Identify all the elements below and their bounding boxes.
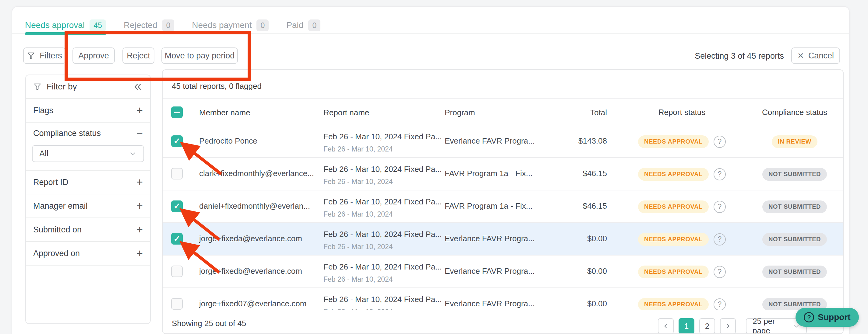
report-title: Feb 26 - Mar 10, 2024 Fixed Pa...	[323, 165, 439, 174]
sidebar-section-submitted-on[interactable]: Submitted on +	[26, 218, 150, 242]
help-icon[interactable]: ?	[714, 201, 726, 213]
prev-page-button[interactable]	[658, 318, 674, 334]
plus-icon[interactable]: +	[136, 200, 143, 212]
tab-count-badge: 0	[162, 20, 174, 31]
funnel-icon	[27, 52, 35, 60]
select-all-checkbox[interactable]	[171, 106, 183, 118]
program-cell: Everlance FAVR Progra...	[445, 299, 535, 308]
report-status-cell: NEEDS APPROVAL ?	[632, 223, 732, 256]
tab-count-badge: 45	[90, 20, 106, 31]
table-body: Pedrocito Ponce Feb 26 - Mar 10, 2024 Fi…	[163, 125, 843, 321]
report-title: Feb 26 - Mar 10, 2024 Fixed Pa...	[323, 132, 439, 141]
minus-icon[interactable]: −	[136, 127, 143, 140]
filters-label: Filters	[40, 51, 62, 61]
compliance-status-header[interactable]: Compliance status −	[26, 123, 150, 144]
selecting-count-text: Selecting 3 of 45 reports	[624, 52, 784, 61]
total-cell: $143.08	[540, 136, 607, 146]
row-checkbox[interactable]	[171, 135, 183, 147]
report-dates: Feb 26 - Mar 10, 2024	[323, 145, 439, 153]
compliance-badge: NOT SUBMITTED	[762, 233, 827, 246]
row-checkbox[interactable]	[171, 266, 183, 277]
next-page-button[interactable]	[720, 318, 736, 334]
sidebar-section-manager-email[interactable]: Manager email +	[26, 194, 150, 218]
help-icon[interactable]: ?	[714, 136, 726, 148]
member-name-cell: clark+fixedmonthly@everlance...	[199, 169, 314, 178]
chevron-left-icon	[662, 323, 670, 330]
program-cell: Everlance FAVR Progra...	[445, 234, 535, 243]
plus-icon[interactable]: +	[136, 176, 143, 189]
table-row[interactable]: clark+fixedmonthly@everlance... Feb 26 -…	[163, 158, 843, 191]
report-status-cell: NEEDS APPROVAL ?	[632, 158, 732, 191]
table-row[interactable]: daniel+fixedmonthly@everlan... Feb 26 - …	[163, 191, 843, 223]
total-cell: $0.00	[540, 234, 607, 243]
report-title: Feb 26 - Mar 10, 2024 Fixed Pa...	[323, 197, 439, 206]
table-row[interactable]: jorge+fixedb@everlance.com Feb 26 - Mar …	[163, 256, 843, 288]
page-1-button[interactable]: 1	[679, 318, 694, 334]
help-icon[interactable]: ?	[714, 266, 726, 278]
tab-paid[interactable]: Paid 0	[286, 18, 320, 32]
tab-count-badge: 0	[256, 20, 269, 31]
chevron-right-icon	[724, 323, 732, 330]
tab-count-badge: 0	[308, 20, 320, 31]
tab-needs-payment[interactable]: Needs payment 0	[192, 18, 269, 32]
tab-label: Paid	[286, 21, 303, 30]
collapse-sidebar-icon[interactable]	[132, 81, 143, 92]
table-row[interactable]: Pedrocito Ponce Feb 26 - Mar 10, 2024 Fi…	[163, 125, 843, 158]
program-cell: FAVR Program 1a - Fix...	[445, 201, 532, 211]
compliance-status-select[interactable]: All	[32, 145, 144, 162]
help-icon[interactable]: ?	[714, 233, 726, 245]
report-status-cell: NEEDS APPROVAL ?	[632, 191, 732, 223]
section-label: Report ID	[33, 178, 68, 187]
tab-bar: Needs approval 45 Rejected 0 Needs payme…	[25, 18, 320, 32]
compliance-status-cell: NOT SUBMITTED	[745, 191, 844, 223]
report-dates: Feb 26 - Mar 10, 2024	[323, 275, 439, 283]
tab-label: Rejected	[124, 21, 157, 30]
total-cell: $0.00	[540, 299, 607, 308]
filters-button[interactable]: Filters	[23, 47, 66, 64]
table-row[interactable]: jorge+fixeda@everlance.com Feb 26 - Mar …	[163, 223, 843, 256]
sidebar-section-flags[interactable]: Flags +	[26, 99, 150, 123]
support-button[interactable]: ? Support	[796, 308, 859, 327]
report-title: Feb 26 - Mar 10, 2024 Fixed Pa...	[323, 230, 439, 239]
plus-icon[interactable]: +	[136, 247, 143, 260]
compliance-badge: IN REVIEW	[772, 135, 817, 148]
compliance-status-cell: NOT SUBMITTED	[745, 256, 844, 288]
row-checkbox[interactable]	[171, 233, 183, 244]
close-icon: ✕	[797, 51, 804, 61]
row-checkbox[interactable]	[171, 298, 183, 310]
help-icon[interactable]: ?	[714, 168, 726, 180]
showing-count-text: Showing 25 out of 45	[172, 319, 246, 328]
reject-button[interactable]: Reject	[122, 47, 154, 64]
page-2-button[interactable]: 2	[699, 318, 715, 334]
move-to-pay-period-button[interactable]: Move to pay period	[161, 47, 238, 64]
compliance-badge: NOT SUBMITTED	[762, 200, 827, 213]
filter-sidebar-title: Filter by	[46, 82, 77, 92]
report-name-cell: Feb 26 - Mar 10, 2024 Fixed Pa... Feb 26…	[323, 262, 439, 283]
report-name-cell: Feb 26 - Mar 10, 2024 Fixed Pa... Feb 26…	[323, 230, 439, 251]
help-icon[interactable]: ?	[714, 298, 726, 310]
tab-needs-approval[interactable]: Needs approval 45	[25, 18, 106, 32]
plus-icon[interactable]: +	[136, 104, 143, 117]
approve-button[interactable]: Approve	[72, 47, 115, 64]
table-header-row: Member name Report name Program Total Re…	[163, 98, 843, 125]
row-checkbox[interactable]	[171, 200, 183, 212]
cancel-button[interactable]: ✕ Cancel	[791, 47, 840, 64]
report-title: Feb 26 - Mar 10, 2024 Fixed Pa...	[323, 262, 439, 272]
chevron-down-icon	[129, 150, 137, 158]
report-status-cell: NEEDS APPROVAL ?	[632, 256, 732, 288]
sidebar-section-approved-on[interactable]: Approved on +	[26, 242, 150, 266]
report-status-cell: NEEDS APPROVAL ?	[632, 125, 732, 158]
sidebar-section-report-id[interactable]: Report ID +	[26, 171, 150, 194]
reports-summary-text: 45 total reports, 0 flagged	[172, 81, 261, 91]
reject-label: Reject	[127, 51, 150, 61]
member-name-cell: Pedrocito Ponce	[199, 136, 257, 146]
row-checkbox[interactable]	[171, 168, 183, 179]
move-to-pay-period-label: Move to pay period	[165, 51, 235, 61]
member-name-cell: daniel+fixedmonthly@everlan...	[199, 201, 310, 211]
compliance-status-cell: NOT SUBMITTED	[745, 158, 844, 191]
tab-rejected[interactable]: Rejected 0	[124, 18, 174, 32]
status-badge: NEEDS APPROVAL	[638, 266, 709, 278]
plus-icon[interactable]: +	[136, 223, 143, 236]
report-dates: Feb 26 - Mar 10, 2024	[323, 178, 439, 186]
total-cell: $46.15	[540, 169, 607, 178]
